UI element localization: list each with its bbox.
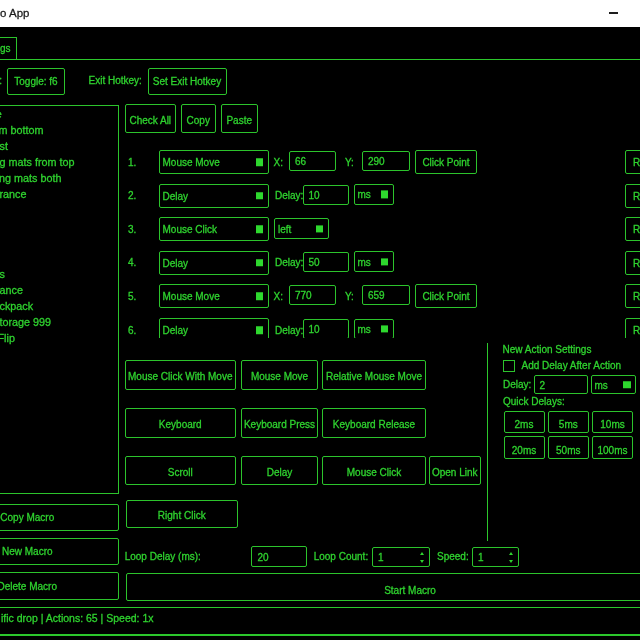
y-input[interactable]: 290 [362, 151, 410, 171]
keyboard-button[interactable]: Keyboard [125, 408, 237, 438]
exit-hotkey-label: Exit Hotkey: [89, 75, 142, 86]
add-action-button-label: Mouse Click [347, 467, 401, 478]
copy-macro-button[interactable]: Copy Macro [0, 504, 119, 531]
macro-list-item[interactable]: ance [0, 284, 23, 296]
x-value: 770 [295, 290, 312, 301]
action-type-dropdown[interactable]: Mouse Move [159, 150, 270, 174]
check-all-button[interactable]: Check All [125, 104, 176, 133]
quick-delay-button-label: 50ms [556, 445, 580, 456]
remove-action-button[interactable]: R [625, 251, 640, 275]
new-delay-input[interactable]: 2 [534, 375, 589, 394]
speed-spinner[interactable]: 1 [472, 547, 519, 567]
action-row-number: 1. [128, 157, 136, 168]
remove-action-button[interactable]: R [625, 217, 640, 241]
mouse-click-with-move-button[interactable]: Mouse Click With Move [125, 360, 237, 390]
macro-list-item[interactable]: st [0, 140, 8, 152]
macro-list-item[interactable]: rance [0, 188, 27, 200]
action-type-dropdown[interactable]: Delay [159, 251, 270, 275]
quick-delay-5ms-button[interactable]: 5ms [548, 411, 589, 434]
x-input[interactable]: 770 [289, 285, 336, 305]
quick-delay-2ms-button[interactable]: 2ms [504, 411, 545, 434]
quick-delay-button-label: 2ms [515, 419, 534, 430]
delete-macro-button[interactable]: Delete Macro [0, 572, 119, 600]
delay-input[interactable]: 10 [303, 185, 349, 205]
quick-delay-20ms-button[interactable]: 20ms [504, 436, 545, 459]
keyboard-press-button[interactable]: Keyboard Press [241, 408, 318, 438]
macro-list-item[interactable]: m bottom [0, 124, 44, 136]
add-delay-checkbox[interactable] [503, 360, 515, 372]
delay-input[interactable]: 10 [303, 319, 349, 338]
remove-action-button[interactable]: R [625, 150, 640, 174]
action-type-dropdown[interactable]: Mouse Move [159, 284, 270, 308]
unit-dropdown[interactable]: ms [354, 251, 394, 272]
quick-delay-10ms-button[interactable]: 10ms [592, 411, 633, 434]
open-link-button[interactable]: Open Link [429, 456, 481, 485]
action-row-number: 4. [128, 257, 136, 268]
action-type-value: Mouse Move [163, 157, 220, 168]
click-point-button[interactable]: Click Point [415, 284, 477, 308]
spinner-down-icon[interactable] [509, 560, 513, 563]
scroll-button[interactable]: Scroll [125, 456, 237, 485]
unit-dropdown[interactable]: ms [354, 184, 394, 205]
mouse-button-dropdown[interactable]: left [274, 218, 329, 239]
mouse-click-button[interactable]: Mouse Click [322, 456, 426, 485]
macro-list-item[interactable]: e [0, 108, 2, 120]
new-macro-label: New Macro [2, 546, 53, 557]
keyboard-release-button[interactable]: Keyboard Release [322, 408, 426, 438]
delay-button[interactable]: Delay [241, 456, 318, 485]
spinner-up-icon[interactable] [420, 552, 424, 555]
speed-label: Speed: [437, 551, 469, 562]
y-input[interactable]: 659 [362, 285, 410, 305]
mouse-move-button[interactable]: Mouse Move [241, 360, 318, 390]
quick-delay-100ms-button[interactable]: 100ms [592, 436, 633, 459]
remove-action-button[interactable]: R [625, 184, 640, 208]
y-value: 290 [368, 156, 385, 167]
new-macro-button[interactable]: New Macro [0, 538, 119, 565]
remove-action-button[interactable]: R [625, 318, 640, 338]
macro-list-item[interactable]: s [0, 268, 5, 280]
macro-app-window: o App gs : Toggle: f6 Exit Hotkey: Set E… [0, 0, 640, 640]
action-type-dropdown[interactable]: Delay [159, 318, 270, 338]
start-macro-label: Start Macro [384, 585, 436, 596]
y-label: Y: [345, 291, 354, 302]
new-delay-unit-dropdown[interactable]: ms [591, 375, 636, 394]
spinner-up-icon[interactable] [509, 552, 513, 555]
quick-delay-50ms-button[interactable]: 50ms [548, 436, 589, 459]
toggle-hotkey-button[interactable]: Toggle: f6 [7, 68, 65, 95]
click-point-button[interactable]: Click Point [415, 150, 477, 174]
action-type-dropdown[interactable]: Delay [159, 184, 270, 208]
tab-settings[interactable]: gs [0, 37, 17, 60]
toggle-hotkey-label: : [0, 75, 2, 86]
start-macro-button[interactable]: Start Macro [126, 573, 640, 602]
action-type-dropdown[interactable]: Mouse Click [159, 217, 270, 241]
add-delay-checkbox-label: Add Delay After Action [522, 360, 622, 371]
add-action-button-label: Delay [267, 467, 293, 478]
statusbar-top-line [0, 607, 640, 609]
macro-list-item[interactable]: ng mats both [0, 172, 61, 184]
statusbar-text: ific drop | Actions: 65 | Speed: 1x [1, 612, 154, 624]
macro-list-item[interactable]: torage 999 [0, 316, 51, 328]
right-click-button[interactable]: Right Click [126, 500, 238, 528]
delay-value: 2 [540, 379, 546, 390]
delay-value: 10 [309, 189, 320, 200]
relative-mouse-move-button[interactable]: Relative Mouse Move [322, 360, 426, 390]
unit-dropdown[interactable]: ms [354, 319, 394, 338]
set-exit-hotkey-button[interactable]: Set Exit Hotkey [148, 68, 227, 95]
delay-input[interactable]: 50 [303, 252, 349, 272]
add-action-button-label: Open Link [432, 467, 478, 478]
x-value: 66 [295, 156, 306, 167]
delete-macro-label: Delete Macro [0, 581, 57, 592]
remove-action-button[interactable]: R [625, 284, 640, 308]
delay-label: Delay: [275, 325, 303, 336]
macro-list-item[interactable]: ckpack [0, 300, 33, 312]
macro-list-item[interactable]: Flip [0, 332, 15, 344]
x-input[interactable]: 66 [289, 151, 336, 171]
toolbar-button-label: Paste [226, 115, 252, 126]
copy-button[interactable]: Copy [181, 104, 217, 133]
loop-delay-input[interactable]: 20 [251, 546, 307, 567]
minimize-icon[interactable] [609, 12, 618, 14]
paste-button[interactable]: Paste [221, 104, 258, 133]
macro-list-item[interactable]: g mats from top [0, 156, 75, 168]
spinner-down-icon[interactable] [420, 560, 424, 563]
loop-count-spinner[interactable]: 1 [372, 547, 430, 567]
